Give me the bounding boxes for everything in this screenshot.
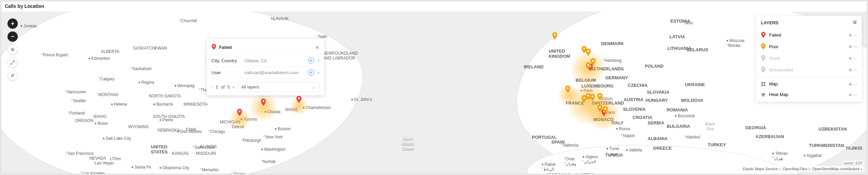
layer-edit-button[interactable]: ▭ (853, 44, 857, 49)
base-layer-label: Heat Map (769, 92, 845, 97)
layer-filter-value: All layers (241, 84, 259, 90)
layer-row[interactable]: Good◉▭ (756, 52, 862, 64)
popup-row-label: User (212, 70, 244, 75)
layers-panel: LAYERS Failed◉▭Poor◉▭Good◉▭Unclassified◉… (756, 16, 862, 102)
svg-point-21 (213, 45, 215, 47)
svg-point-10 (587, 95, 589, 96)
svg-point-18 (12, 49, 13, 50)
svg-point-23 (854, 22, 855, 23)
layer-label: Good (769, 56, 845, 61)
svg-point-1 (298, 97, 300, 99)
svg-point-30 (763, 93, 765, 95)
popup-pager: ‹ 1 of 5 › (212, 84, 234, 90)
map-marker[interactable] (590, 58, 596, 66)
popup-row-city: City, Country Ottawa, CA ⊕ › (207, 54, 324, 66)
layer-visibility-toggle[interactable]: ◉ (849, 92, 852, 97)
map-marker[interactable] (585, 49, 591, 56)
svg-point-5 (554, 34, 555, 36)
map-marker[interactable] (296, 96, 302, 103)
svg-point-14 (604, 108, 606, 109)
layer-row[interactable]: Poor◉▭ (756, 41, 862, 52)
popup-row-value: cathcart@martellotech.com (244, 70, 308, 75)
layer-pin-icon (761, 43, 766, 50)
map-marker[interactable] (237, 109, 242, 116)
filter-for-value-button[interactable]: ⊕ (308, 57, 314, 64)
pager-of-label: of (221, 84, 225, 90)
map-marker[interactable] (590, 94, 595, 101)
map-marker[interactable] (552, 32, 558, 40)
layer-label: Poor (769, 44, 845, 49)
popup-row-value: Ottawa, CA (244, 58, 308, 63)
svg-point-22 (855, 21, 856, 22)
layer-pin-icon (761, 67, 766, 73)
map-attribution: Elastic Maps Service⇗, OpenMapTiles⇗, Op… (741, 166, 864, 172)
svg-point-29 (762, 93, 763, 95)
layers-title: LAYERS (761, 20, 779, 25)
expand-user-button[interactable]: › (318, 70, 319, 75)
layer-pin-icon (761, 32, 766, 38)
filter-for-value-button[interactable]: ⊕ (308, 69, 314, 76)
base-layer-label: Map (769, 81, 845, 86)
layer-visibility-toggle[interactable]: ◉ (849, 82, 852, 86)
svg-point-25 (763, 33, 764, 35)
svg-point-12 (599, 95, 601, 96)
layer-edit-button[interactable]: ▭ (853, 56, 857, 60)
expand-city-button[interactable]: › (318, 58, 319, 63)
map-marker[interactable] (603, 106, 608, 113)
svg-point-15 (592, 60, 594, 62)
pager-current: 1 (216, 84, 218, 90)
fit-bounds-button[interactable] (8, 44, 18, 55)
base-layer-row[interactable]: Map◉▭ (756, 79, 862, 89)
calls-by-location-panel: Calls by Location UNITEDSTATESNUNAVIKALB… (1, 1, 867, 174)
pager-prev-button[interactable]: ‹ (212, 84, 213, 90)
svg-point-28 (763, 68, 764, 70)
layer-pin-icon (761, 55, 766, 61)
layer-edit-button[interactable]: ▭ (853, 82, 857, 86)
layer-edit-button[interactable]: ▭ (853, 32, 857, 37)
svg-point-2 (238, 110, 240, 112)
layer-visibility-toggle[interactable]: ◉ (849, 56, 852, 60)
map-marker[interactable] (565, 85, 570, 93)
popup-close-button[interactable]: ✕ (315, 45, 319, 50)
pager-total: 5 (227, 84, 230, 90)
base-layer-row[interactable]: Heat Map◉▭ (756, 89, 862, 100)
measure-tool-button[interactable] (8, 57, 18, 68)
layer-filter-select[interactable]: All layers ⌄ (237, 82, 319, 92)
attribution-link[interactable]: Elastic Maps Service (743, 167, 778, 171)
pager-next-button[interactable]: › (233, 84, 234, 90)
sea-label: NorthAtlanticOcean (401, 137, 415, 152)
feature-popup: Failed ✕ City, Country Ottawa, CA ⊕ › Us… (207, 39, 324, 95)
svg-point-6 (583, 48, 585, 49)
svg-point-31 (762, 95, 764, 96)
attribution-link[interactable]: OpenMapTiles (783, 167, 807, 171)
map-marker[interactable] (261, 98, 266, 106)
panel-title: Calls by Location (5, 3, 44, 9)
grid-icon (761, 82, 766, 86)
svg-point-13 (599, 106, 601, 108)
attribution-link[interactable]: OpenStreetMap contributors (812, 167, 859, 171)
svg-point-8 (567, 87, 568, 89)
map-marker[interactable] (585, 62, 591, 70)
cluster-icon (761, 92, 766, 97)
map-marker[interactable] (597, 93, 603, 100)
svg-point-9 (583, 97, 585, 98)
svg-point-11 (591, 95, 593, 97)
map-marker[interactable] (597, 105, 603, 112)
zoom-indicator: zoom: 3.07 (843, 161, 864, 165)
layer-edit-button[interactable]: ▭ (853, 92, 857, 97)
svg-point-26 (763, 45, 764, 46)
svg-point-0 (262, 100, 264, 102)
layer-edit-button[interactable]: ▭ (853, 67, 857, 72)
layers-settings-icon[interactable] (852, 20, 857, 26)
layer-visibility-toggle[interactable]: ◉ (849, 32, 852, 37)
layer-label: Failed (769, 32, 845, 38)
link-tool-button[interactable] (8, 70, 18, 81)
zoom-in-button[interactable]: + (8, 18, 18, 29)
layer-row[interactable]: Failed◉▭ (756, 29, 862, 41)
layer-visibility-toggle[interactable]: ◉ (849, 67, 852, 72)
layer-visibility-toggle[interactable]: ◉ (849, 44, 852, 49)
svg-point-27 (763, 56, 764, 58)
layer-row[interactable]: Unclassified◉▭ (756, 64, 862, 76)
map-canvas[interactable]: UNITEDSTATESNUNAVIKALBERTASASKATCHEWANMO… (1, 12, 867, 174)
zoom-out-button[interactable]: − (8, 31, 18, 42)
